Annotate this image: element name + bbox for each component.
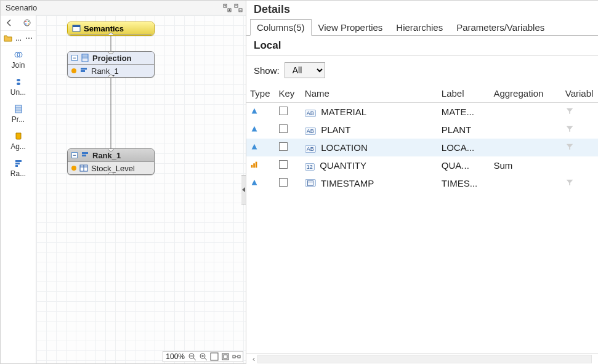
chevron-left-icon — [242, 187, 245, 192]
col-header-type[interactable]: Type — [246, 84, 275, 103]
port-icon[interactable] — [108, 172, 114, 175]
scenario-header: Scenario — [1, 1, 246, 15]
aggregation-cell[interactable] — [490, 103, 561, 121]
node-rank1[interactable]: − Rank_1 Stock_Level — [67, 148, 155, 175]
zoom-fit-icon[interactable] — [209, 352, 219, 362]
details-tabs: Columns(5) View Properties Hierarchies P… — [246, 18, 598, 36]
variable-filter-cell[interactable] — [562, 139, 598, 156]
zoom-in-icon[interactable] — [198, 352, 208, 362]
col-header-aggregation[interactable]: Aggregation — [490, 84, 561, 103]
name-cell[interactable]: AB PLANT — [301, 121, 438, 139]
col-header-name[interactable]: Name — [301, 84, 438, 103]
palette-item-join[interactable]: Join — [1, 46, 36, 73]
col-header-label[interactable]: Label — [438, 84, 490, 103]
palette-item-aggregation[interactable]: Ag... — [1, 127, 36, 155]
svg-point-14 — [28, 23, 29, 25]
filter-icon — [565, 107, 574, 117]
details-panel: Details Columns(5) View Properties Hiera… — [246, 0, 598, 364]
palette-item-union[interactable]: Un... — [1, 73, 36, 100]
label-cell[interactable]: PLANT — [438, 121, 490, 139]
table-row[interactable]: AB LOCATIONLOCA... — [246, 139, 598, 156]
key-checkbox[interactable] — [275, 174, 301, 192]
tab-view-properties[interactable]: View Properties — [312, 19, 390, 36]
collapse-icon[interactable]: − — [71, 152, 78, 158]
name-cell[interactable]: AB LOCATION — [301, 139, 438, 156]
name-cell[interactable]: 12 QUANTITY — [301, 156, 438, 174]
palette-item-rank[interactable]: Ra... — [1, 155, 36, 182]
variable-filter-cell[interactable] — [562, 156, 598, 174]
port-icon[interactable] — [108, 75, 114, 78]
col-header-key[interactable]: Key — [275, 84, 301, 103]
show-select[interactable]: All — [285, 62, 325, 78]
svg-rect-37 — [81, 70, 85, 72]
collapse-tree-icon[interactable] — [233, 3, 243, 13]
semantics-icon — [71, 23, 81, 33]
aggregation-cell[interactable]: Sum — [490, 156, 561, 174]
variable-filter-cell[interactable] — [562, 121, 598, 139]
palette-item-projection[interactable]: Pr... — [1, 100, 36, 127]
bullet-icon — [71, 166, 76, 171]
palette-strip-more[interactable]: ... — [15, 34, 22, 42]
name-cell[interactable]: TIMESTAMP — [301, 174, 438, 192]
splitter-handle[interactable] — [241, 175, 246, 204]
scenario-canvas[interactable]: Semantics − Projection Rank_1 — [36, 15, 246, 363]
dtype-text-icon: AB — [305, 145, 316, 153]
details-title: Details — [246, 1, 598, 18]
svg-rect-27 — [15, 163, 20, 164]
back-icon[interactable] — [4, 18, 14, 28]
palette-color-icon[interactable] — [22, 18, 32, 28]
rank-icon — [79, 66, 89, 76]
scrollbar-track[interactable] — [257, 355, 592, 363]
svg-rect-52 — [224, 355, 227, 358]
node-projection[interactable]: − Projection Rank_1 — [67, 51, 155, 78]
name-cell[interactable]: AB MATERIAL — [301, 103, 438, 121]
port-icon[interactable] — [108, 33, 114, 36]
zoom-actual-icon[interactable] — [220, 352, 230, 362]
svg-rect-38 — [82, 152, 88, 154]
dtype-timestamp-icon — [305, 179, 316, 187]
layout-icon[interactable] — [232, 352, 241, 362]
zoom-out-icon[interactable] — [187, 352, 197, 362]
label-cell[interactable]: QUA... — [438, 156, 490, 174]
svg-point-10 — [24, 20, 30, 26]
more-icon[interactable] — [24, 33, 34, 43]
svg-rect-50 — [211, 353, 218, 360]
label-cell[interactable]: MATE... — [438, 103, 490, 121]
key-checkbox[interactable] — [275, 103, 301, 121]
node-title: Rank_1 — [92, 151, 121, 160]
collapse-icon[interactable]: − — [71, 55, 78, 61]
palette-label: Ra... — [10, 169, 26, 178]
expand-tree-icon[interactable] — [222, 3, 232, 13]
table-row[interactable]: AB PLANTPLANT — [246, 121, 598, 139]
horizontal-scrollbar[interactable]: ‹ — [246, 353, 598, 364]
folder-icon[interactable] — [3, 33, 13, 43]
table-row[interactable]: TIMESTAMPTIMES... — [246, 174, 598, 192]
aggregation-cell[interactable] — [490, 139, 561, 156]
node-semantics[interactable]: Semantics — [67, 22, 155, 36]
label-cell[interactable]: LOCA... — [438, 139, 490, 156]
key-checkbox[interactable] — [275, 139, 301, 156]
tab-parameters-variables[interactable]: Parameters/Variables — [450, 19, 551, 36]
svg-point-11 — [25, 21, 26, 22]
table-row[interactable]: AB MATERIALMATE... — [246, 103, 598, 121]
node-title: Projection — [92, 54, 132, 63]
svg-point-20 — [17, 79, 20, 81]
columns-panel: Local Show: All Type Key Name Label Aggr — [246, 36, 598, 364]
chevron-left-icon[interactable]: ‹ — [253, 354, 255, 363]
tab-columns[interactable]: Columns(5) — [250, 19, 312, 36]
col-header-variable[interactable]: Variabl — [562, 84, 598, 103]
tab-hierarchies[interactable]: Hierarchies — [389, 19, 450, 36]
key-checkbox[interactable] — [275, 156, 301, 174]
variable-filter-cell[interactable] — [562, 103, 598, 121]
aggregation-cell[interactable] — [490, 121, 561, 139]
label-cell[interactable]: TIMES... — [438, 174, 490, 192]
svg-point-13 — [25, 23, 26, 25]
table-row[interactable]: 12 QUANTITYQUA...Sum — [246, 156, 598, 174]
svg-rect-36 — [81, 68, 87, 70]
svg-point-12 — [28, 21, 29, 22]
variable-filter-cell[interactable] — [562, 174, 598, 192]
key-checkbox[interactable] — [275, 121, 301, 139]
svg-rect-59 — [307, 180, 313, 185]
aggregation-cell[interactable] — [490, 174, 561, 192]
svg-rect-58 — [256, 162, 257, 168]
